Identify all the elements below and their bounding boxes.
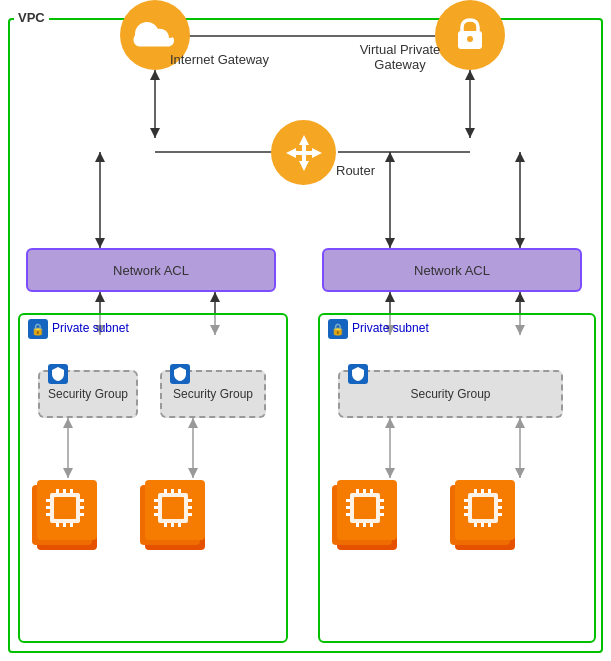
svg-rect-100 — [370, 489, 373, 493]
svg-rect-64 — [56, 489, 59, 493]
svg-rect-97 — [380, 513, 384, 516]
svg-rect-77 — [154, 513, 158, 516]
svg-rect-81 — [164, 489, 167, 493]
svg-rect-79 — [188, 506, 192, 509]
subnet-left-label: Private subnet — [52, 321, 129, 335]
svg-rect-112 — [498, 499, 502, 502]
subnet-right: 🔒 Private subnet Security Group — [318, 313, 596, 643]
svg-rect-103 — [370, 523, 373, 527]
svg-rect-67 — [56, 523, 59, 527]
sg-shield-icon-3 — [348, 364, 368, 384]
svg-rect-58 — [46, 499, 50, 502]
svg-rect-66 — [70, 489, 73, 493]
svg-rect-118 — [474, 523, 477, 527]
network-acl-left: Network ACL — [26, 248, 276, 292]
network-acl-right: Network ACL — [322, 248, 582, 292]
svg-rect-108 — [472, 497, 494, 519]
vpc-label: VPC — [14, 10, 49, 25]
svg-rect-91 — [354, 497, 376, 519]
svg-rect-115 — [474, 489, 477, 493]
svg-rect-92 — [346, 499, 350, 502]
sg-shield-icon-2 — [170, 364, 190, 384]
subnet-left: 🔒 Private subnet Security Group Security… — [18, 313, 288, 643]
vpg-label: Virtual Private Gateway — [345, 42, 455, 72]
subnet-left-lock-icon: 🔒 — [28, 319, 48, 339]
security-group-left-2: Security Group — [160, 370, 266, 418]
svg-rect-65 — [63, 489, 66, 493]
svg-rect-83 — [178, 489, 181, 493]
svg-text:☁: ☁ — [146, 27, 164, 47]
svg-rect-110 — [464, 506, 468, 509]
svg-rect-59 — [46, 506, 50, 509]
svg-rect-63 — [80, 513, 84, 516]
svg-rect-117 — [488, 489, 491, 493]
svg-rect-76 — [154, 506, 158, 509]
svg-rect-111 — [464, 513, 468, 516]
router-label: Router — [336, 163, 375, 178]
svg-rect-114 — [498, 513, 502, 516]
subnet-right-lock-icon: 🔒 — [328, 319, 348, 339]
svg-rect-80 — [188, 513, 192, 516]
svg-rect-119 — [481, 523, 484, 527]
svg-rect-116 — [481, 489, 484, 493]
svg-rect-61 — [80, 499, 84, 502]
svg-rect-75 — [154, 499, 158, 502]
internet-gateway-label: Internet Gateway — [170, 52, 269, 67]
ec2-right-2 — [450, 475, 530, 555]
svg-rect-102 — [363, 523, 366, 527]
security-group-left-1: Security Group — [38, 370, 138, 418]
sg-shield-icon-1 — [48, 364, 68, 384]
svg-rect-95 — [380, 499, 384, 502]
security-group-right-1: Security Group — [338, 370, 563, 418]
svg-rect-74 — [162, 497, 184, 519]
svg-rect-69 — [70, 523, 73, 527]
ec2-right-1 — [332, 475, 412, 555]
svg-rect-101 — [356, 523, 359, 527]
svg-rect-84 — [164, 523, 167, 527]
ec2-left-1 — [32, 475, 112, 555]
svg-rect-62 — [80, 506, 84, 509]
svg-rect-68 — [63, 523, 66, 527]
svg-rect-113 — [498, 506, 502, 509]
svg-rect-93 — [346, 506, 350, 509]
subnet-right-label: Private subnet — [352, 321, 429, 335]
svg-rect-60 — [46, 513, 50, 516]
svg-point-44 — [467, 36, 473, 42]
svg-rect-85 — [171, 523, 174, 527]
svg-rect-94 — [346, 513, 350, 516]
svg-rect-96 — [380, 506, 384, 509]
svg-rect-57 — [54, 497, 76, 519]
svg-rect-52 — [304, 151, 314, 155]
svg-rect-98 — [356, 489, 359, 493]
svg-rect-50 — [294, 151, 304, 155]
router-icon — [271, 120, 336, 185]
ec2-left-2 — [140, 475, 220, 555]
svg-rect-120 — [488, 523, 491, 527]
diagram-container: VPC — [0, 0, 611, 661]
svg-rect-86 — [178, 523, 181, 527]
svg-rect-82 — [171, 489, 174, 493]
svg-rect-78 — [188, 499, 192, 502]
svg-rect-109 — [464, 499, 468, 502]
svg-rect-99 — [363, 489, 366, 493]
